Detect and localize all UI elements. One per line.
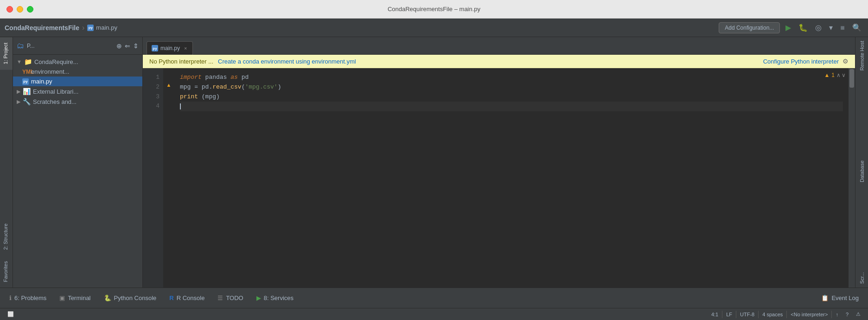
- status-bar: ⬜ 4:1 LF UTF-8 4 spaces <No interpreter>…: [0, 308, 868, 320]
- notification-bar: No Python interpreter ... Create a conda…: [143, 55, 855, 68]
- tree-item-mainpy[interactable]: py main.py: [13, 77, 142, 86]
- bottom-tab-todo[interactable]: ☰ TODO: [211, 292, 249, 304]
- bottom-tab-label: 6: Problems: [14, 294, 46, 301]
- vertical-scrollbar[interactable]: [849, 68, 855, 288]
- code-editor[interactable]: ▲ 1 ∧ ∨ 1 2 3 4 ▲ import pa: [143, 68, 855, 288]
- cursor-position[interactable]: 4:1: [708, 312, 722, 317]
- bottom-tab-label: Python Console: [114, 294, 157, 301]
- create-conda-link[interactable]: Create a conda environment using environ…: [218, 58, 356, 65]
- file-breadcrumb: py main.py: [87, 24, 117, 31]
- panel-folder-icon: 🗂: [17, 42, 24, 50]
- notification-gear-icon[interactable]: ⚙: [842, 58, 849, 65]
- sidebar-item-project[interactable]: 1: Project: [0, 37, 13, 70]
- code-content[interactable]: import pandas as pd mpg = pd.read_csv('m…: [174, 68, 849, 288]
- run-dropdown-icon[interactable]: ▾: [827, 22, 835, 33]
- configure-interpreter-link[interactable]: Configure Python interpreter: [763, 58, 839, 65]
- bottom-tab-problems[interactable]: ℹ 6: Problems: [3, 292, 53, 304]
- warning-line-2: ▲: [165, 81, 172, 90]
- tree-item-yaml[interactable]: YML environment...: [13, 67, 142, 77]
- add-configuration-button[interactable]: Add Configuration...: [719, 22, 780, 33]
- warning-line-3: [165, 89, 172, 97]
- keyword-import: import: [180, 74, 202, 81]
- project-breadcrumb[interactable]: CondaRequirementsFile: [5, 24, 79, 32]
- sidebar-item-favorites[interactable]: Favorites: [0, 256, 13, 288]
- line-separator[interactable]: LF: [722, 312, 736, 317]
- left-panel-strip: 1: Project 2: Structure Favorites: [0, 37, 13, 288]
- warning-line-4: [165, 97, 172, 106]
- scratches-icon: 🔧: [23, 98, 31, 105]
- bottom-tab-python-console[interactable]: 🐍 Python Console: [97, 292, 163, 304]
- panel-header-actions: ⊕ ⇐ ⇕: [116, 42, 139, 50]
- interpreter-status[interactable]: <No interpreter>: [787, 312, 831, 317]
- tree-item-scratches[interactable]: ▶ 🔧 Scratches and...: [13, 96, 142, 107]
- warning-line-1: [165, 73, 172, 81]
- tree-item-label: External Librari...: [33, 88, 78, 95]
- tab-close-button[interactable]: ×: [184, 45, 187, 51]
- minimize-button[interactable]: [17, 6, 23, 13]
- tree-item-external-libs[interactable]: ▶ 📊 External Librari...: [13, 86, 142, 96]
- panel-collapse-icon[interactable]: ⇕: [133, 42, 139, 50]
- upload-icon-btn[interactable]: ↑: [832, 312, 842, 317]
- status-expand-button[interactable]: ⬜: [4, 308, 18, 320]
- bottom-tab-label: 8: Services: [264, 294, 294, 301]
- remote-host-tab[interactable]: Remote Host: [857, 37, 867, 74]
- search-button[interactable]: 🔍: [850, 22, 863, 33]
- bottom-tab-label: R Console: [177, 294, 205, 301]
- breadcrumb-separator: ›: [82, 24, 84, 32]
- warning-nav-arrows[interactable]: ∧ ∨: [836, 72, 846, 78]
- event-log-icon: 📋: [821, 294, 829, 301]
- warning-nav-down-icon[interactable]: ∨: [842, 72, 846, 78]
- scrollbar-thumb[interactable]: [849, 69, 854, 88]
- py-file-icon: py: [22, 78, 29, 85]
- warning-gutter: ▲: [163, 68, 174, 288]
- project-tree: ▼ 📁 CondaRequire... YML environment... p…: [13, 55, 142, 288]
- alert-icon-btn[interactable]: ⚠: [852, 311, 864, 317]
- project-panel-header: 🗂 P... ⊕ ⇐ ⇕: [13, 37, 142, 55]
- bottom-tab-event-log[interactable]: 📋 Event Log: [815, 292, 865, 304]
- window-controls[interactable]: [6, 6, 33, 13]
- warning-nav-up-icon[interactable]: ∧: [836, 72, 841, 78]
- line-number-2: 2: [143, 83, 160, 92]
- project-panel: 🗂 P... ⊕ ⇐ ⇕ ▼ 📁 CondaRequire... YML env…: [13, 37, 143, 288]
- line-number-4: 4: [143, 102, 160, 111]
- bottom-tab-terminal[interactable]: ▣ Terminal: [53, 292, 97, 304]
- tree-item-label: Scratches and...: [33, 98, 77, 105]
- right-panel-strip: Remote Host Database Scr...: [855, 37, 868, 288]
- sidebar-item-structure[interactable]: 2: Structure: [0, 218, 13, 256]
- debug-button[interactable]: 🐛: [797, 22, 810, 33]
- database-tab[interactable]: Database: [857, 157, 867, 186]
- coverage-button[interactable]: ◎: [813, 22, 823, 33]
- window-title: CondaRequirementsFile – main.py: [388, 6, 480, 13]
- editor-tab-mainpy[interactable]: py main.py ×: [147, 41, 193, 55]
- bottom-tab-label: Terminal: [68, 294, 90, 301]
- indent-setting[interactable]: 4 spaces: [759, 312, 786, 317]
- line-numbers: 1 2 3 4: [143, 68, 163, 288]
- bottom-tab-label: Event Log: [831, 294, 859, 301]
- status-right: 4:1 LF UTF-8 4 spaces <No interpreter> ↑…: [708, 311, 864, 318]
- function-read-csv: read_csv: [212, 83, 241, 90]
- bottom-tab-r-console[interactable]: R R Console: [163, 292, 211, 304]
- folder-icon: 📁: [24, 58, 32, 65]
- bottom-tab-services[interactable]: ▶ 8: Services: [250, 292, 300, 304]
- text-cursor: [180, 103, 181, 109]
- breadcrumb-file-name: main.py: [96, 24, 117, 31]
- run-button[interactable]: ▶: [784, 22, 793, 33]
- stop-button[interactable]: ■: [838, 23, 847, 33]
- encoding[interactable]: UTF-8: [736, 312, 758, 317]
- help-icon: ?: [846, 312, 849, 317]
- panel-scroll-icon[interactable]: ⇐: [125, 42, 130, 50]
- upload-icon: ↑: [836, 312, 838, 317]
- scratches-right-tab[interactable]: Scr...: [857, 269, 867, 288]
- help-icon-btn[interactable]: ?: [842, 312, 852, 317]
- editor-area: py main.py × No Python interpreter ... C…: [143, 37, 855, 288]
- maximize-button[interactable]: [27, 6, 33, 13]
- main-toolbar: CondaRequirementsFile › py main.py Add C…: [0, 19, 868, 37]
- close-button[interactable]: [6, 6, 13, 13]
- yaml-file-icon: YML: [22, 69, 29, 75]
- todo-icon: ☰: [217, 294, 223, 301]
- tree-item-root[interactable]: ▼ 📁 CondaRequire...: [13, 57, 142, 67]
- panel-add-icon[interactable]: ⊕: [116, 42, 122, 50]
- warning-badge: ▲ 1 ∧ ∨: [824, 72, 846, 78]
- bottom-toolbar: ℹ 6: Problems ▣ Terminal 🐍 Python Consol…: [0, 288, 868, 308]
- r-console-icon: R: [169, 294, 173, 301]
